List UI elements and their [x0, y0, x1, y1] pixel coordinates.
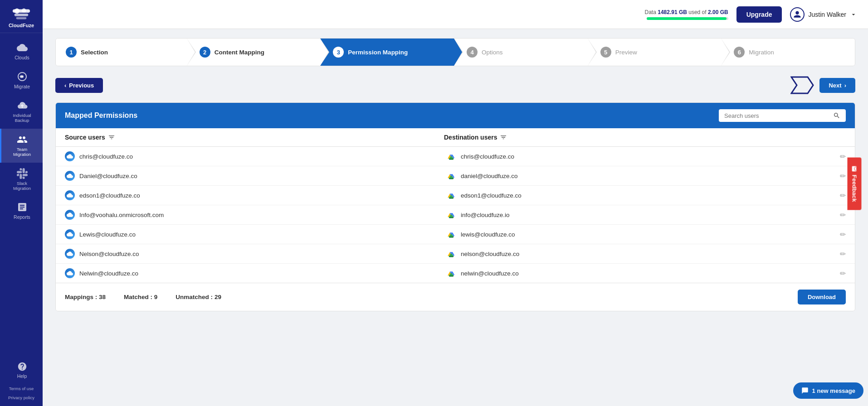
sidebar-item-label-team: TeamMigration	[13, 147, 31, 157]
dest-email-5: nelson@cloudfuze.co	[461, 251, 519, 257]
col-source-header: Source users	[65, 134, 444, 141]
row-source-5: Nelson@cloudfuze.co	[65, 249, 446, 259]
feedback-envelope-icon	[851, 166, 858, 172]
step-1[interactable]: 1 Selection	[56, 39, 187, 66]
storage-bar-bg	[647, 17, 728, 20]
step-3[interactable]: 3 Permission Mapping	[320, 39, 454, 66]
storage-label: Data	[645, 9, 656, 15]
svg-point-3	[15, 9, 20, 14]
step-3-num: 3	[333, 47, 344, 58]
filter-dest-icon[interactable]	[500, 134, 507, 141]
previous-button[interactable]: ‹ Previous	[55, 78, 103, 93]
storage-info: Data 1482.91 GB used of 2.00 GB	[645, 9, 728, 20]
edit-icon-3[interactable]: ✏	[840, 211, 846, 219]
sidebar-nav: Clouds Migrate IndividualBackup TeamMigr…	[0, 33, 43, 356]
slack-icon	[17, 168, 28, 179]
dest-email-0: chris@cloudfuze.co	[461, 153, 514, 160]
step-2[interactable]: 2 Content Mapping	[187, 39, 321, 66]
row-source-4: Lewis@cloudfuze.co	[65, 229, 446, 239]
step-1-num: 1	[66, 47, 77, 58]
sidebar-logo[interactable]: CloudFuze	[0, 0, 43, 33]
unmatched-value: 29	[215, 294, 221, 300]
sidebar-item-reports[interactable]: Reports	[0, 196, 43, 225]
dest-col-label: Destination users	[444, 134, 497, 141]
cloud-icon	[17, 42, 28, 53]
sidebar-item-migrate[interactable]: Migrate	[0, 66, 43, 95]
storage-used: 1482.91 GB	[658, 9, 687, 15]
step-6-num: 6	[734, 47, 745, 58]
chat-label: 1 new message	[812, 387, 855, 394]
unmatched-label: Unmatched :	[176, 294, 213, 300]
edit-icon-2[interactable]: ✏	[840, 191, 846, 200]
chat-button[interactable]: 1 new message	[793, 382, 863, 399]
row-dest-2: edson1@cloudfuze.co	[446, 190, 828, 200]
dest-drive-icon-1	[446, 171, 456, 181]
download-button[interactable]: Download	[798, 290, 846, 304]
unmatched-stat: Unmatched : 29	[176, 294, 221, 300]
footer-bar: Mappings : 38 Matched : 9 Unmatched : 29…	[56, 283, 855, 311]
edit-icon-4[interactable]: ✏	[840, 230, 846, 239]
step-6[interactable]: 6 Migration	[721, 39, 855, 66]
step-2-label: Content Mapping	[215, 49, 264, 56]
row-actions-1: ✏	[828, 172, 846, 180]
help-icon	[17, 362, 27, 372]
edit-icon-6[interactable]: ✏	[840, 269, 846, 278]
sidebar-item-label-clouds: Clouds	[15, 55, 29, 60]
svg-rect-2	[16, 17, 27, 19]
row-dest-4: lewis@cloudfuze.co	[446, 229, 828, 239]
source-cloud-icon-6	[65, 268, 75, 278]
svg-rect-1	[15, 14, 29, 16]
row-source-3: Info@voohalu.onmicrosoft.com	[65, 210, 446, 220]
nav-buttons: ‹ Previous Next ›	[55, 76, 855, 94]
table-row: chris@cloudfuze.co chris@cloudfuze.co ✏	[56, 147, 855, 166]
step-2-num: 2	[200, 47, 210, 58]
filter-source-icon[interactable]	[108, 134, 115, 141]
edit-icon-1[interactable]: ✏	[840, 172, 846, 180]
source-cloud-icon-4	[65, 229, 75, 239]
next-button[interactable]: Next ›	[819, 78, 855, 93]
sidebar-item-label-slack: SlackMigration	[13, 181, 31, 191]
edit-icon-5[interactable]: ✏	[840, 250, 846, 258]
step-3-label: Permission Mapping	[348, 49, 408, 56]
step-5-num: 5	[600, 47, 611, 58]
privacy-link[interactable]: Privacy policy	[6, 393, 36, 402]
row-actions-6: ✏	[828, 269, 846, 278]
sidebar-item-help[interactable]: Help	[0, 356, 43, 384]
source-email-1: Daniel@cloudfuze.co	[79, 173, 137, 179]
feedback-label: Feedback	[851, 175, 858, 202]
source-cloud-icon-2	[65, 190, 75, 200]
search-icon	[833, 112, 840, 119]
user-name: Justin Walker	[808, 11, 846, 18]
sidebar-item-individual-backup[interactable]: IndividualBackup	[0, 95, 43, 129]
edit-icon-0[interactable]: ✏	[840, 152, 846, 161]
row-dest-1: daniel@cloudfuze.co	[446, 171, 828, 181]
source-cloud-icon-1	[65, 171, 75, 181]
sidebar-item-slack-migration[interactable]: SlackMigration	[0, 163, 43, 197]
sidebar-logo-text: CloudFuze	[9, 23, 34, 28]
search-input[interactable]	[724, 112, 829, 119]
row-actions-3: ✏	[828, 211, 846, 219]
row-dest-0: chris@cloudfuze.co	[446, 151, 828, 161]
prev-label: Previous	[69, 82, 94, 89]
user-menu[interactable]: Justin Walker	[790, 7, 857, 22]
step-4[interactable]: 4 Options	[454, 39, 588, 66]
search-button[interactable]	[833, 112, 840, 119]
migrate-icon	[17, 71, 28, 82]
storage-text: Data 1482.91 GB used of 2.00 GB	[645, 9, 728, 15]
step-5[interactable]: 5 Preview	[588, 39, 722, 66]
upgrade-button[interactable]: Upgrade	[736, 6, 782, 23]
sidebar-item-clouds[interactable]: Clouds	[0, 37, 43, 66]
mappings-stat: Mappings : 38	[65, 294, 106, 300]
source-email-5: Nelson@cloudfuze.co	[79, 251, 139, 257]
table-rows-container: chris@cloudfuze.co chris@cloudfuze.co ✏	[56, 147, 855, 283]
terms-link[interactable]: Terms of use	[7, 384, 35, 393]
sidebar-item-label-reports: Reports	[14, 214, 30, 220]
dest-email-4: lewis@cloudfuze.co	[461, 231, 515, 238]
dest-drive-icon-0	[446, 151, 456, 161]
sidebar-item-team-migration[interactable]: TeamMigration	[0, 129, 43, 163]
source-cloud-icon-3	[65, 210, 75, 220]
sidebar-bottom: Help Terms of use Privacy policy	[0, 356, 43, 406]
row-actions-5: ✏	[828, 250, 846, 258]
column-headers: Source users Destination users	[56, 128, 855, 147]
feedback-tab[interactable]: Feedback	[848, 158, 862, 210]
